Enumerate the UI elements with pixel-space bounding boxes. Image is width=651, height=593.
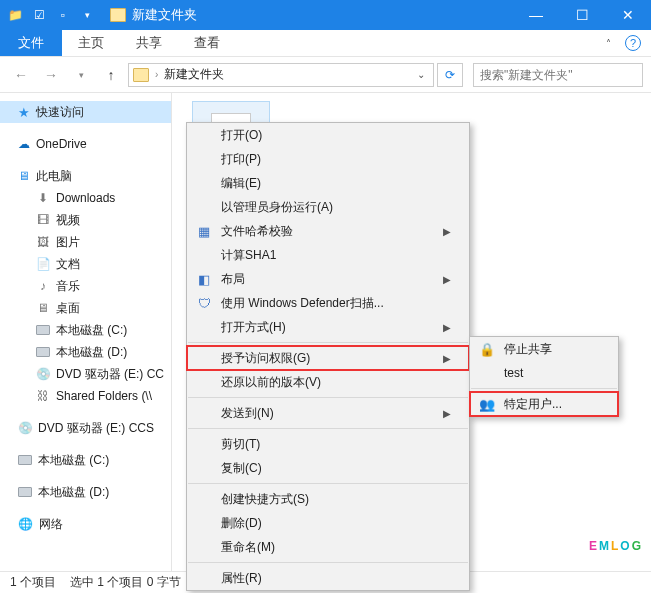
separator — [471, 388, 617, 389]
desktop-icon: 🖥 — [36, 301, 50, 315]
ctx-delete[interactable]: 删除(D) — [187, 511, 469, 535]
breadcrumb[interactable]: 新建文件夹 — [164, 66, 224, 83]
maximize-button[interactable]: ☐ — [559, 0, 605, 30]
nav-sidebar: ★快速访问 ☁OneDrive 🖥此电脑 ⬇Downloads 🎞视频 🖼图片 … — [0, 93, 172, 571]
separator — [188, 562, 468, 563]
ctx-sendto[interactable]: 发送到(N)▶ — [187, 401, 469, 425]
ctx-label: 创建快捷方式(S) — [221, 491, 309, 508]
ctx-label: 打开(O) — [221, 127, 262, 144]
sidebar-item-label: 此电脑 — [36, 168, 72, 185]
ribbon-collapse-icon[interactable]: ˄ — [606, 38, 611, 49]
sidebar-item-label: 网络 — [39, 516, 63, 533]
sidebar-dvd-out[interactable]: 💿DVD 驱动器 (E:) CCS — [0, 417, 171, 439]
ctx-hash[interactable]: ▦文件哈希校验▶ — [187, 219, 469, 243]
ctx-defender[interactable]: 🛡使用 Windows Defender扫描... — [187, 291, 469, 315]
ctx-rename[interactable]: 重命名(M) — [187, 535, 469, 559]
window-title: 新建文件夹 — [132, 6, 197, 24]
submenu-specific-user[interactable]: 👥特定用户... — [470, 392, 618, 416]
navigation-bar: ← → ▾ ↑ › 新建文件夹 ⌄ ⟳ — [0, 57, 651, 93]
ctx-label: 打印(P) — [221, 151, 261, 168]
ctx-openwith[interactable]: 打开方式(H)▶ — [187, 315, 469, 339]
sidebar-item-music[interactable]: ♪音乐 — [0, 275, 171, 297]
pc-icon: 🖥 — [18, 169, 30, 183]
sidebar-item-label: 快速访问 — [36, 104, 84, 121]
sidebar-item-drive-d[interactable]: 本地磁盘 (D:) — [0, 341, 171, 363]
qat-dropdown-icon[interactable]: ▾ — [76, 4, 98, 26]
close-button[interactable]: ✕ — [605, 0, 651, 30]
users-icon: 👥 — [478, 397, 496, 412]
sidebar-item-dvd[interactable]: 💿DVD 驱动器 (E:) CC — [0, 363, 171, 385]
submenu-label: 特定用户... — [504, 396, 562, 413]
refresh-button[interactable]: ⟳ — [437, 63, 463, 87]
sidebar-onedrive[interactable]: ☁OneDrive — [0, 133, 171, 155]
ctx-copy[interactable]: 复制(C) — [187, 456, 469, 480]
separator — [188, 397, 468, 398]
help-icon[interactable]: ? — [625, 35, 641, 51]
sidebar-item-documents[interactable]: 📄文档 — [0, 253, 171, 275]
sidebar-thispc[interactable]: 🖥此电脑 — [0, 165, 171, 187]
search-input[interactable] — [473, 63, 643, 87]
tab-home[interactable]: 主页 — [62, 30, 120, 56]
sidebar-item-label: DVD 驱动器 (E:) CC — [56, 366, 164, 383]
sidebar-drive-c-out[interactable]: 本地磁盘 (C:) — [0, 449, 171, 471]
separator — [188, 483, 468, 484]
sidebar-item-label: 视频 — [56, 212, 80, 229]
qat-new[interactable]: ▫ — [52, 4, 74, 26]
ctx-edit[interactable]: 编辑(E) — [187, 171, 469, 195]
folder-small-icon[interactable]: 📁 — [4, 4, 26, 26]
chevron-right-icon: ▶ — [443, 353, 451, 364]
sidebar-item-pictures[interactable]: 🖼图片 — [0, 231, 171, 253]
history-dropdown-icon[interactable]: ▾ — [68, 62, 94, 88]
chevron-right-icon: ▶ — [443, 226, 451, 237]
lock-icon: 🔒 — [478, 342, 496, 357]
ctx-label: 文件哈希校验 — [221, 223, 293, 240]
minimize-button[interactable]: ― — [513, 0, 559, 30]
ctx-grant-access[interactable]: 授予访问权限(G)▶ — [187, 346, 469, 370]
ctx-layout[interactable]: ◧布局▶ — [187, 267, 469, 291]
drive-icon — [18, 455, 32, 465]
qat-checkbox[interactable]: ☑ — [28, 4, 50, 26]
cloud-icon: ☁ — [18, 137, 30, 151]
sidebar-item-label: 本地磁盘 (D:) — [38, 484, 109, 501]
ctx-label: 重命名(M) — [221, 539, 275, 556]
window-controls: ― ☐ ✕ — [513, 0, 651, 30]
music-icon: ♪ — [36, 279, 50, 293]
ctx-properties[interactable]: 属性(R) — [187, 566, 469, 590]
file-tab[interactable]: 文件 — [0, 30, 62, 56]
network-icon: 🌐 — [18, 517, 33, 531]
ctx-admin[interactable]: 以管理员身份运行(A) — [187, 195, 469, 219]
back-button[interactable]: ← — [8, 62, 34, 88]
separator — [188, 342, 468, 343]
forward-button[interactable]: → — [38, 62, 64, 88]
tab-view[interactable]: 查看 — [178, 30, 236, 56]
ctx-open[interactable]: 打开(O) — [187, 123, 469, 147]
chevron-right-icon: ▶ — [443, 274, 451, 285]
sidebar-item-label: 本地磁盘 (D:) — [56, 344, 127, 361]
ctx-cut[interactable]: 剪切(T) — [187, 432, 469, 456]
submenu-test[interactable]: test — [470, 361, 618, 385]
sidebar-drive-d-out[interactable]: 本地磁盘 (D:) — [0, 481, 171, 503]
download-icon: ⬇ — [36, 191, 50, 205]
ctx-label: 编辑(E) — [221, 175, 261, 192]
sidebar-item-label: 图片 — [56, 234, 80, 251]
titlebar: 📁 ☑ ▫ ▾ 新建文件夹 ― ☐ ✕ — [0, 0, 651, 30]
sidebar-item-shared[interactable]: ⛓Shared Folders (\\ — [0, 385, 171, 407]
up-button[interactable]: ↑ — [98, 62, 124, 88]
sidebar-item-label: DVD 驱动器 (E:) CCS — [38, 420, 154, 437]
star-icon: ★ — [18, 105, 30, 120]
sidebar-quick-access[interactable]: ★快速访问 — [0, 101, 171, 123]
sidebar-item-drive-c[interactable]: 本地磁盘 (C:) — [0, 319, 171, 341]
sidebar-item-videos[interactable]: 🎞视频 — [0, 209, 171, 231]
submenu-stop-share[interactable]: 🔒停止共享 — [470, 337, 618, 361]
ctx-restore[interactable]: 还原以前的版本(V) — [187, 370, 469, 394]
sidebar-item-desktop[interactable]: 🖥桌面 — [0, 297, 171, 319]
ctx-shortcut[interactable]: 创建快捷方式(S) — [187, 487, 469, 511]
sidebar-item-downloads[interactable]: ⬇Downloads — [0, 187, 171, 209]
ctx-print[interactable]: 打印(P) — [187, 147, 469, 171]
ctx-label: 还原以前的版本(V) — [221, 374, 321, 391]
sidebar-network[interactable]: 🌐网络 — [0, 513, 171, 535]
address-bar[interactable]: › 新建文件夹 ⌄ — [128, 63, 434, 87]
ctx-sha1[interactable]: 计算SHA1 — [187, 243, 469, 267]
tab-share[interactable]: 共享 — [120, 30, 178, 56]
address-dropdown-icon[interactable]: ⌄ — [413, 69, 429, 80]
